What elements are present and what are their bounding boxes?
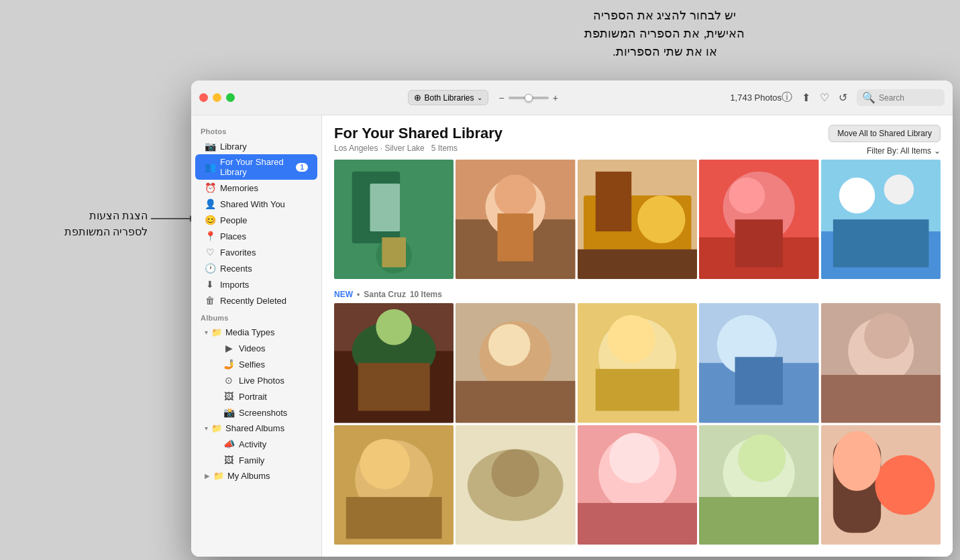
slider-thumb (525, 94, 533, 102)
search-input[interactable] (879, 93, 939, 103)
svg-rect-59 (699, 425, 818, 545)
svg-point-23 (839, 178, 875, 214)
sidebar-item-shared-library[interactable]: 👥 For Your Shared Library 1 (195, 154, 317, 180)
svg-rect-64 (833, 437, 880, 533)
sidebar-item-recents[interactable]: 🕐 Recents (195, 260, 317, 276)
heart-icon[interactable]: ♡ (820, 91, 829, 104)
svg-rect-20 (735, 219, 783, 267)
photo-cell[interactable] (699, 425, 818, 545)
sidebar-item-live-photos[interactable]: ⊙ Live Photos (214, 372, 317, 388)
shared-albums-toggle[interactable]: ▾ 📁 Shared Albums (195, 421, 317, 436)
media-types-label: Media Types (225, 327, 274, 337)
videos-icon: ▶ (223, 343, 234, 353)
svg-point-30 (376, 309, 412, 345)
sidebar-item-recently-deleted[interactable]: 🗑 Recently Deleted (195, 292, 317, 309)
sidebar-item-activity[interactable]: 📣 Activity (214, 436, 317, 452)
photo-cell[interactable] (334, 303, 454, 423)
svg-rect-0 (334, 160, 454, 279)
chevron-down-icon: ⌄ (477, 94, 482, 101)
svg-point-24 (884, 174, 914, 205)
svg-rect-16 (699, 160, 818, 279)
photo-cell[interactable] (699, 160, 818, 279)
photo-cell[interactable] (456, 425, 575, 545)
photo-cell[interactable] (456, 303, 575, 423)
sidebar-item-family[interactable]: 🖼 Family (214, 452, 317, 468)
sidebar-label: Memories (220, 183, 308, 193)
share-icon[interactable]: ⬆ (802, 91, 810, 104)
photo-cell[interactable] (821, 160, 941, 279)
sidebar-label: Portrait (239, 392, 308, 402)
sidebar-item-screenshots[interactable]: 📸 Screenshots (214, 404, 317, 421)
my-albums-toggle[interactable]: ▶ 📁 My Albums (195, 468, 317, 484)
page-title: For Your Shared Library (334, 125, 502, 142)
photo-cell[interactable] (578, 425, 697, 545)
sidebar-item-videos[interactable]: ▶ Videos (214, 340, 317, 356)
svg-rect-22 (821, 231, 941, 279)
sidebar-item-people[interactable]: 😊 People (195, 212, 317, 228)
sidebar-item-portrait[interactable]: 🖼 Portrait (214, 388, 317, 404)
close-button[interactable] (199, 93, 208, 102)
svg-point-41 (717, 315, 777, 375)
svg-rect-31 (456, 303, 575, 423)
move-all-button[interactable]: Move All to Shared Library (829, 125, 941, 142)
svg-rect-42 (735, 357, 783, 405)
toolbar: ⊕ Both Libraries ⌄ − + 1,743 Photos ⓘ ⬆ … (191, 80, 953, 115)
live-photos-icon: ⊙ (223, 375, 234, 386)
places-icon: 📍 (205, 231, 215, 241)
sidebar-item-shared-with-you[interactable]: 👤 Shared With You (195, 196, 317, 212)
zoom-slider-area: − + (499, 93, 558, 103)
svg-point-36 (598, 319, 676, 396)
photo-cell[interactable] (334, 160, 454, 279)
section-count: 10 Items (410, 290, 442, 299)
window-body: Photos 📷 Library 👥 For Your Shared Libra… (191, 115, 953, 557)
shared-with-you-icon: 👤 (205, 199, 215, 209)
sidebar-item-library[interactable]: 📷 Library (195, 138, 317, 154)
library-selector[interactable]: ⊕ Both Libraries ⌄ (408, 90, 488, 105)
sidebar-item-selfies[interactable]: 🤳 Selfies (214, 356, 317, 372)
minimize-button[interactable] (213, 93, 221, 102)
sidebar-label: Activity (239, 439, 308, 449)
photo-cell[interactable] (699, 303, 818, 423)
sidebar-label: Family (239, 455, 308, 465)
photo-cell[interactable] (578, 160, 697, 279)
toolbar-center: ⊕ Both Libraries ⌄ − + (243, 90, 723, 105)
svg-rect-49 (346, 497, 442, 539)
sidebar-item-memories[interactable]: ⏰ Memories (195, 180, 317, 196)
sidebar-item-favorites[interactable]: ♡ Favorites (195, 244, 317, 260)
svg-rect-2 (370, 184, 401, 231)
info-icon[interactable]: ⓘ (782, 91, 792, 105)
media-types-toggle[interactable]: ▾ 📁 Media Types (195, 325, 317, 340)
svg-point-50 (360, 439, 410, 489)
search-box[interactable]: 🔍 (857, 89, 945, 106)
zoom-out-icon[interactable]: − (499, 93, 504, 103)
photo-cell[interactable] (578, 303, 697, 423)
library-icon: ⊕ (414, 93, 421, 103)
photo-cell[interactable] (821, 303, 941, 423)
svg-point-66 (833, 431, 880, 491)
svg-rect-26 (334, 303, 454, 423)
filter-dropdown[interactable]: Filter By: All Items ⌄ (867, 146, 941, 156)
selfies-icon: 🤳 (223, 359, 234, 370)
svg-point-19 (729, 178, 765, 214)
zoom-in-icon[interactable]: + (553, 93, 558, 103)
zoom-slider[interactable] (509, 97, 549, 99)
photo-cell[interactable] (456, 160, 575, 279)
photo-count: 1,743 Photos (730, 93, 782, 103)
sidebar-item-imports[interactable]: ⬇ Imports (195, 276, 317, 292)
rotate-icon[interactable]: ↺ (839, 91, 847, 104)
bullet: • (357, 290, 360, 299)
sidebar-label: Recents (220, 264, 308, 274)
maximize-button[interactable] (226, 93, 235, 102)
svg-rect-33 (456, 381, 575, 423)
favorites-icon: ♡ (205, 247, 215, 258)
svg-point-28 (352, 321, 436, 381)
svg-rect-6 (456, 160, 575, 279)
sidebar-item-places[interactable]: 📍 Places (195, 228, 317, 244)
photo-cell[interactable] (334, 425, 454, 545)
photo-cell[interactable] (821, 425, 941, 545)
content-subtitle: Los Angeles · Silver Lake 5 Items (334, 144, 502, 153)
my-albums-label: My Albums (227, 471, 270, 481)
svg-point-54 (492, 449, 539, 496)
photo-section-sc: NEW • Santa Cruz 10 Items (322, 290, 953, 551)
photo-grid-la (334, 160, 941, 279)
